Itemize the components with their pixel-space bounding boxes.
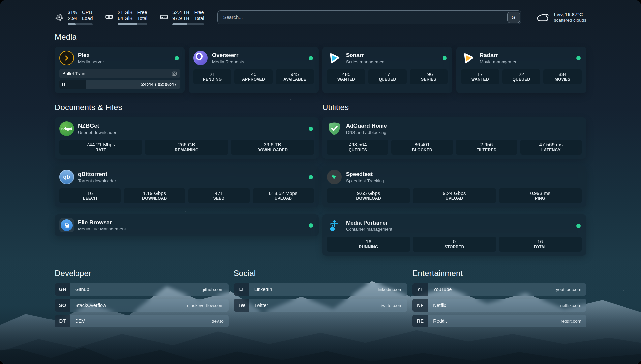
stat-box: 16 TOTAL: [499, 237, 582, 252]
bookmark-groups: Developer GH Github github.com SO StackO…: [55, 269, 586, 331]
stat-label: STOPPED: [413, 245, 495, 249]
stat-value: 266 GB: [146, 142, 227, 147]
card-title: Plex: [78, 52, 104, 59]
bookmark-netflix[interactable]: NF Netflix netflix.com: [412, 299, 586, 312]
stat-label: PING: [500, 196, 581, 201]
stat-box: 744.21 Mbps RATE: [59, 140, 142, 155]
utilities-column: Utilities: [322, 103, 586, 256]
cpu-usage-label: CPU: [82, 9, 92, 15]
stat-box: 0.993 ms PING: [499, 188, 582, 203]
bookmark-group-developer: Developer GH Github github.com SO StackO…: [55, 269, 229, 331]
speedtest-icon: [327, 170, 342, 184]
stat-label: AVAILABLE: [276, 77, 313, 82]
bookmark-abbr: GH: [55, 283, 70, 296]
overseerr-icon: [193, 51, 208, 65]
bookmark-url: netflix.com: [560, 299, 586, 312]
card-subtitle: Movie management: [480, 59, 519, 64]
stat-value: 47.569 ms: [521, 142, 581, 147]
bookmark-youtube[interactable]: YT YouTube youtube.com: [412, 283, 586, 296]
disk-icon: [159, 13, 168, 22]
stat-value: 498,564: [328, 142, 388, 147]
stat-label: PENDING: [194, 77, 231, 82]
service-card-sonarr[interactable]: Sonarr Series management 485 WANTED 17 Q…: [322, 47, 452, 93]
bookmark-dev[interactable]: DT DEV dev.to: [55, 315, 229, 327]
card-title: Radarr: [480, 52, 519, 59]
stat-value: 17: [369, 71, 406, 77]
service-card-speedtest[interactable]: Speedtest Speedtest Tracking 9.65 Gbps D…: [322, 166, 586, 207]
stat-value: 2,956: [457, 142, 517, 147]
memory-icon: [105, 13, 114, 22]
status-indicator: [576, 224, 581, 228]
bookmark-github[interactable]: GH Github github.com: [55, 283, 229, 296]
stat-value: 40: [235, 71, 272, 77]
stat-box: 16 RUNNING: [327, 237, 410, 252]
disk-total-value: 97.9 TB: [172, 15, 189, 22]
memory-total-value: 64 GiB: [118, 15, 132, 22]
service-card-portainer[interactable]: Media Portainer Container management 16 …: [322, 214, 586, 256]
bookmark-url: linkedin.com: [378, 283, 407, 296]
service-card-filebrowser[interactable]: File Browser Media File Management: [55, 214, 319, 236]
bookmark-twitter[interactable]: TW Twitter twitter.com: [234, 299, 408, 312]
bookmark-stackoverflow[interactable]: SO StackOverflow stackoverflow.com: [55, 299, 229, 312]
now-playing-time: 24:44 / 02:06:47: [141, 82, 180, 87]
plex-icon: [59, 51, 74, 65]
card-title: NZBGet: [78, 123, 116, 129]
service-card-overseerr[interactable]: Overseerr Media Requests 21 PENDING 40 A…: [189, 47, 319, 93]
stat-box: 39.6 TB DOWNLOADED: [231, 140, 314, 155]
pause-icon: [62, 83, 63, 86]
sonarr-icon: [327, 51, 342, 65]
stat-value: 22: [503, 71, 540, 77]
search-bar: G: [217, 10, 521, 24]
bookmark-linkedin[interactable]: LI LinkedIn linkedin.com: [234, 283, 408, 296]
service-card-qbittorrent[interactable]: qb qBittorrent Torrent downloader 16 LEE…: [55, 166, 319, 207]
now-playing-title: Bullet Train: [62, 71, 85, 76]
stat-label: QUEUED: [503, 77, 540, 82]
card-subtitle: Series management: [346, 59, 386, 64]
bookmark-name: Github: [70, 283, 89, 296]
stat-value: 86,401: [392, 142, 452, 147]
card-title: qBittorrent: [78, 171, 116, 178]
stat-label: BLOCKED: [392, 148, 452, 152]
bookmark-url: stackoverflow.com: [187, 299, 228, 312]
stat-label: RATE: [60, 148, 141, 152]
stat-label: UPLOAD: [253, 196, 313, 201]
service-card-plex[interactable]: Plex Media server Bullet Train: [55, 47, 185, 93]
stat-value: 17: [462, 71, 499, 77]
filebrowser-icon: [59, 218, 74, 232]
card-subtitle: Torrent downloader: [78, 178, 116, 183]
search-input[interactable]: [217, 10, 521, 24]
snow-specks: [0, 0, 1, 1]
search-provider-button[interactable]: G: [507, 12, 520, 23]
status-indicator: [309, 175, 313, 179]
bookmark-name: DEV: [70, 315, 85, 327]
stat-value: 471: [189, 190, 249, 196]
stat-label: SERIES: [410, 77, 447, 82]
stat-label: TOTAL: [500, 245, 581, 249]
resource-widget-disk: 52.4 TB 97.9 TB Free Total: [159, 9, 204, 25]
service-card-adguard[interactable]: AdGuard Home DNS and adblocking 498,564 …: [322, 117, 586, 159]
stat-box: 86,401 BLOCKED: [391, 140, 453, 155]
stat-box: 22 QUEUED: [502, 69, 540, 84]
card-title: AdGuard Home: [346, 123, 387, 129]
weather-location-temp: Lviv, 16.87°C: [554, 12, 586, 17]
bookmark-group-social: Social LI LinkedIn linkedin.com TW Twitt…: [234, 269, 408, 331]
status-indicator: [443, 56, 447, 60]
two-column-sections: Documents & Files nzbget NZBGet Usenet d…: [55, 103, 586, 256]
bookmark-abbr: DT: [55, 315, 70, 327]
resource-widgets: 31% 2.94 CPU Load: [55, 9, 204, 25]
qbittorrent-icon: qb: [59, 170, 74, 184]
status-indicator: [175, 56, 179, 60]
cpu-icon: [55, 13, 64, 22]
radarr-icon: [461, 51, 475, 65]
bookmark-abbr: LI: [234, 283, 249, 296]
service-card-radarr[interactable]: Radarr Movie management 17 WANTED 22 QUE…: [456, 47, 586, 93]
stat-box: 9.24 Gbps UPLOAD: [413, 188, 496, 203]
stat-label: DOWNLOAD: [328, 196, 409, 201]
cpu-load-value: 2.94: [68, 15, 77, 22]
stat-value: 16: [328, 239, 409, 244]
bookmark-reddit[interactable]: RE Reddit reddit.com: [412, 315, 586, 327]
stat-box: 16 LEECH: [59, 188, 121, 203]
stat-value: 16: [60, 190, 120, 196]
weather-widget[interactable]: Lviv, 16.87°C scattered clouds: [536, 12, 586, 23]
service-card-nzbget[interactable]: nzbget NZBGet Usenet downloader 744.21 M…: [55, 117, 319, 159]
